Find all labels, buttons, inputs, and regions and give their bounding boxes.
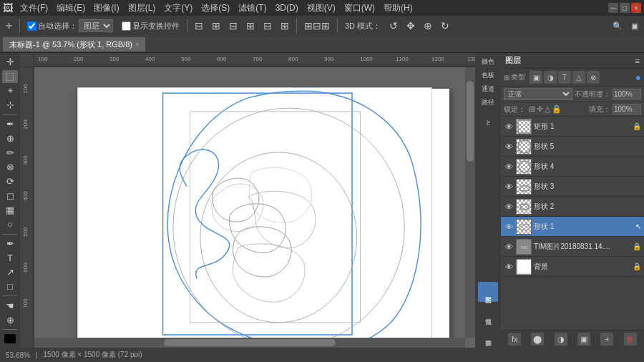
color-swatch-btn[interactable]: 颜色 [480,56,496,68]
heal-tool[interactable]: ⊕ [2,132,18,145]
brush-tool[interactable]: ✏ [2,147,18,160]
lasso-tool[interactable]: ⌖ [2,84,18,97]
document-tab[interactable]: 未标题-1 @ 53.7% (形状 1, RGB/8) × [3,37,145,52]
menu-window[interactable]: 窗口(W) [340,2,379,14]
hand-tool[interactable]: ☚ [2,299,18,312]
lock-pixel-icon[interactable]: ⊞ [529,104,535,114]
layers-panel-menu[interactable]: ≡ [635,57,640,65]
menu-select[interactable]: 选择(S) [197,2,234,14]
adjustments-panel-btn[interactable]: 调整 [478,325,498,345]
minimize-button[interactable]: ─ [608,3,618,13]
3d-roll[interactable]: ↻ [438,19,452,33]
ai-btn[interactable]: AI [484,119,493,127]
lock-all-icon[interactable]: 🔒 [552,104,562,114]
opacity-input[interactable] [613,89,641,99]
3d-zoom[interactable]: ⊕ [421,19,435,33]
canvas-content[interactable] [34,67,475,348]
dodge-tool[interactable]: ○ [2,218,18,231]
filter-adjustment[interactable]: ◑ [544,71,557,84]
show-transform-checkbox[interactable] [122,21,131,31]
align-center-h[interactable]: ⊞ [209,19,223,33]
menu-layer[interactable]: 图层(L) [124,2,160,14]
layer-item[interactable]: 👁 背景 🔒 [501,257,644,277]
clone-tool[interactable]: ⊗ [2,161,18,174]
filter-text[interactable]: T [558,71,571,84]
layers-panel-btn[interactable]: 图层 [478,282,498,302]
pen-tool[interactable]: ✒ [2,237,18,250]
show-transform-toggle[interactable]: 显示变换控件 [119,19,182,33]
add-layer-style-btn[interactable]: fx [508,333,521,346]
eyedropper-tool[interactable]: ✒ [2,118,18,131]
layer-visibility-toggle[interactable]: 👁 [504,122,514,131]
filter-smart[interactable]: ⊗ [587,71,600,84]
align-top[interactable]: ⊞ [243,19,258,33]
maximize-button[interactable]: □ [620,3,630,13]
menu-text[interactable]: 文字(Y) [160,2,197,14]
new-adjustment-btn[interactable]: ◑ [555,333,567,346]
properties-panel-btn[interactable]: 属性 [478,303,498,323]
search-btn[interactable]: 🔍 [610,20,625,32]
menu-edit[interactable]: 编辑(E) [52,2,89,14]
align-bottom[interactable]: ⊞ [278,19,292,33]
layer-visibility-toggle[interactable]: 👁 [504,222,514,231]
path-select-tool[interactable]: ↗ [2,265,18,278]
menu-filter[interactable]: 滤镜(T) [234,2,270,14]
close-button[interactable]: × [631,3,641,13]
shape-tool[interactable]: □ [2,280,18,293]
text-tool[interactable]: T [2,251,18,264]
horizontal-scrollbar[interactable] [34,338,465,348]
3d-pan[interactable]: ✥ [404,19,418,33]
layer-item[interactable]: 👁 形状 2 [501,197,644,217]
menu-3d[interactable]: 3D(D) [271,3,303,13]
swatches-btn[interactable]: 色板 [480,69,496,82]
distribute-icons[interactable]: ⊞⊟⊞ [301,19,333,33]
auto-select-toggle[interactable]: 自动选择： 图层 [24,18,116,34]
move-tool[interactable]: ✛ [2,56,18,69]
auto-select-dropdown[interactable]: 图层 [79,19,113,32]
channels-btn[interactable]: 通道 [480,83,496,95]
layer-item[interactable]: 👁 形状 4 [501,157,644,177]
layer-visibility-toggle[interactable]: 👁 [504,202,514,211]
layer-item-active[interactable]: 👁 形状 1 ↖ [501,217,644,237]
align-center-v[interactable]: ⊟ [260,19,275,33]
foreground-color[interactable] [4,334,16,343]
gradient-tool[interactable]: ▦ [2,204,18,217]
eraser-tool[interactable]: ◻ [2,190,18,202]
vertical-scrollbar[interactable] [465,67,475,338]
auto-select-checkbox[interactable] [27,21,36,31]
horizontal-scroll-thumb[interactable] [164,339,336,346]
align-left[interactable]: ⊟ [192,19,206,33]
new-group-btn[interactable]: ▣ [577,333,590,346]
menu-image[interactable]: 图像(I) [89,2,123,14]
menu-file[interactable]: 文件(F) [16,2,52,14]
blend-mode-select[interactable]: 正常 [504,88,572,100]
menu-help[interactable]: 帮助(H) [379,2,417,14]
align-right[interactable]: ⊟ [226,19,240,33]
layer-item[interactable]: 👁 矩形 1 🔒 [501,117,644,137]
layer-visibility-toggle[interactable]: 👁 [504,263,514,271]
filter-toggle[interactable]: ● [635,72,641,83]
layer-visibility-toggle[interactable]: 👁 [504,142,514,151]
history-tool[interactable]: ⟳ [2,175,18,188]
filter-shape[interactable]: △ [572,71,585,84]
delete-layer-btn[interactable]: 🗑 [624,333,637,346]
layer-visibility-toggle[interactable]: 👁 [504,243,514,251]
lock-position-icon[interactable]: ✛ [537,104,543,114]
lock-artboard-icon[interactable]: △ [545,104,550,114]
add-mask-btn[interactable]: ⬤ [531,333,544,346]
tool-move[interactable]: ✛ [3,20,15,32]
panel-toggle[interactable]: ▣ [628,20,641,32]
3d-rotate[interactable]: ↺ [386,19,401,33]
layer-item[interactable]: 👁 形状 5 [501,137,644,157]
vertical-scroll-thumb[interactable] [467,81,474,162]
filter-pixel[interactable]: ▣ [530,71,542,84]
layer-visibility-toggle[interactable]: 👁 [504,162,514,171]
layer-item[interactable]: 👁 形状 3 [501,177,644,197]
menu-view[interactable]: 视图(V) [303,2,340,14]
layer-visibility-toggle[interactable]: 👁 [504,182,514,191]
canvas-area[interactable]: 100 200 300 400 500 600 700 800 900 1000… [20,53,475,348]
zoom-tool[interactable]: ⊕ [2,313,18,326]
tab-close-button[interactable]: × [135,41,139,48]
select-tool[interactable]: ⬚ [2,70,18,83]
paths-btn[interactable]: 路径 [480,97,496,109]
